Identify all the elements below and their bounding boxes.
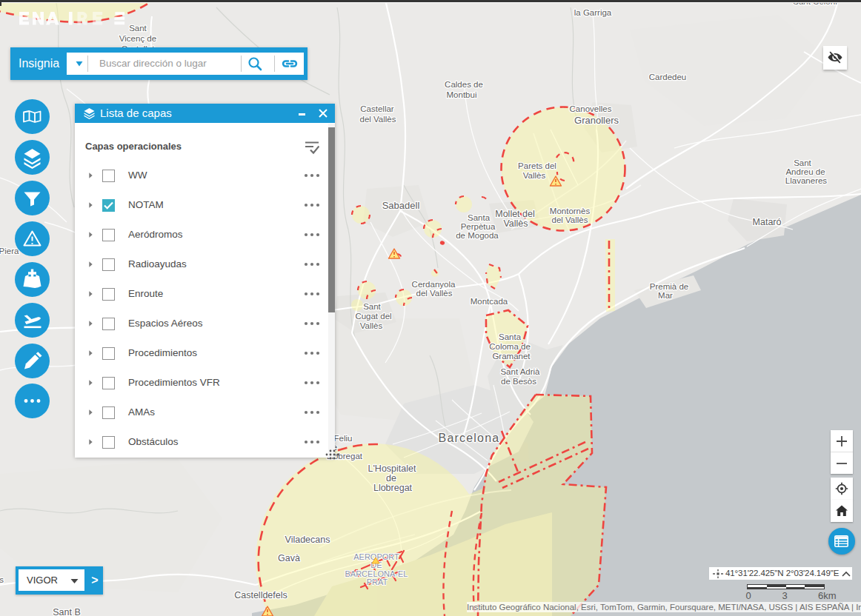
svg-text:de Besòs: de Besòs	[501, 377, 536, 386]
svg-text:Gramanet: Gramanet	[492, 352, 531, 361]
svg-text:Sant: Sant	[363, 302, 381, 311]
svg-text:la Garriga: la Garriga	[574, 8, 612, 17]
svg-text:Castelldefels: Castelldefels	[234, 590, 287, 600]
svg-text:Sant B: Sant B	[53, 607, 81, 616]
svg-text:Mar: Mar	[658, 291, 673, 300]
svg-text:L'Hospitalet: L'Hospitalet	[368, 463, 416, 474]
svg-text:Montornès: Montornès	[550, 207, 591, 215]
svg-text:Caldes de: Caldes de	[445, 80, 483, 89]
svg-text:Gavà: Gavà	[278, 553, 300, 563]
svg-text:del Vallès: del Vallès	[416, 289, 452, 298]
svg-text:Andreu de: Andreu de	[785, 167, 825, 176]
svg-text:Cerdanyola: Cerdanyola	[412, 280, 456, 289]
svg-text:Viladecans: Viladecans	[285, 535, 330, 545]
svg-text:Montbui: Montbui	[447, 90, 477, 99]
svg-text:Santa: Santa	[468, 213, 491, 222]
svg-text:Sabadell: Sabadell	[382, 200, 420, 211]
svg-text:Vallès: Vallès	[360, 321, 383, 330]
svg-text:Vallès: Vallès	[523, 171, 546, 180]
svg-text:Llobregat: Llobregat	[373, 483, 413, 493]
svg-text:Perpètua: Perpètua	[461, 222, 496, 231]
svg-text:Llavaneres: Llavaneres	[785, 176, 828, 185]
svg-text:Cardedeu: Cardedeu	[649, 73, 687, 81]
svg-text:Sant: Sant	[129, 24, 147, 33]
svg-text:Coloma de: Coloma de	[489, 342, 531, 351]
svg-text:Premià de: Premià de	[650, 282, 688, 291]
svg-text:Vicenç de: Vicenç de	[119, 34, 156, 43]
svg-text:Barcelona: Barcelona	[439, 432, 500, 444]
svg-text:de: de	[386, 473, 396, 483]
svg-text:Parets del: Parets del	[518, 161, 556, 170]
svg-text:Sant Adrià: Sant Adrià	[500, 367, 540, 376]
svg-text:Castellar: Castellar	[360, 104, 394, 113]
svg-text:Montcada: Montcada	[471, 297, 508, 306]
svg-text:Mataró: Mataró	[753, 217, 782, 227]
svg-text:Granollers: Granollers	[574, 115, 619, 126]
svg-text:Santa: Santa	[499, 332, 522, 341]
svg-text:s: s	[0, 575, 4, 584]
svg-text:de Mogoda: de Mogoda	[456, 231, 499, 240]
svg-text:Feliu: Feliu	[334, 434, 353, 443]
svg-text:Vallès: Vallès	[503, 218, 528, 229]
svg-text:Mollet del: Mollet del	[495, 209, 535, 219]
svg-text:Cugat del: Cugat del	[355, 312, 391, 321]
svg-text:Sant: Sant	[794, 158, 811, 167]
svg-text:del Vallès: del Vallès	[551, 215, 588, 224]
svg-text:Canovelles: Canovelles	[570, 104, 612, 113]
svg-text:PRAT: PRAT	[367, 578, 388, 586]
svg-text:del Vallès: del Vallès	[359, 115, 396, 124]
